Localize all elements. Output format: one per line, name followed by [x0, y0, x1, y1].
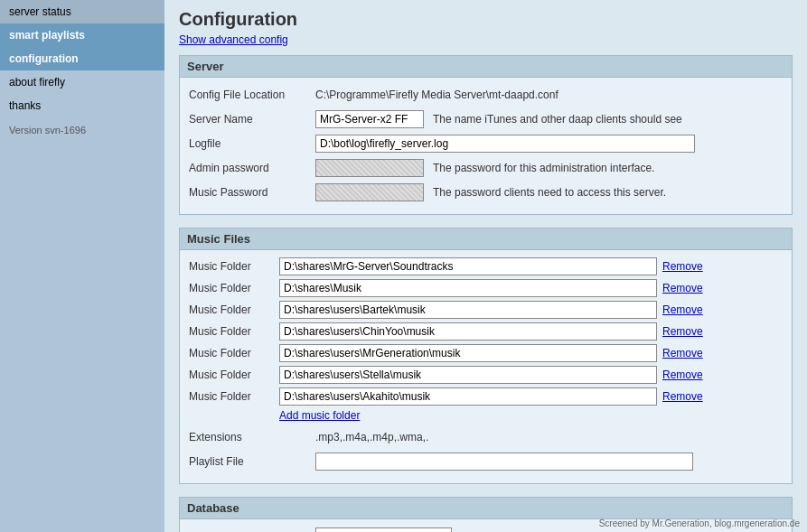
folder-label-2: Music Folder — [189, 303, 279, 316]
extensions-label: Extensions — [189, 431, 315, 443]
folder-remove-1[interactable]: Remove — [662, 282, 703, 294]
folder-label-5: Music Folder — [189, 369, 279, 381]
server-section: Server Config File Location C:\Programme… — [179, 55, 793, 215]
sidebar-item-label: server status — [9, 5, 71, 18]
server-name-hint: The name iTunes and other daap clients s… — [433, 113, 682, 126]
sidebar-item-label: configuration — [9, 52, 79, 65]
sidebar-item-label: about firefly — [9, 76, 65, 89]
folder-remove-6[interactable]: Remove — [662, 390, 703, 403]
folder-row-6: Music Folder Remove — [189, 387, 783, 406]
sidebar-item-thanks[interactable]: thanks — [0, 94, 164, 117]
folder-input-0[interactable] — [279, 257, 657, 275]
folder-row-3: Music Folder Remove — [189, 322, 783, 341]
server-name-input[interactable] — [315, 110, 424, 128]
scan-type-select[interactable]: 0 - Disabled 1 - Normal 2 - Painfully ag… — [315, 527, 452, 532]
add-music-folder-link[interactable]: Add music folder — [279, 409, 783, 422]
sidebar-item-label: thanks — [9, 99, 41, 112]
server-name-row: Server Name The name iTunes and other da… — [189, 109, 783, 129]
folder-row-0: Music Folder Remove — [189, 257, 783, 275]
folder-label-6: Music Folder — [189, 390, 279, 403]
logfile-label: Logfile — [189, 137, 315, 150]
config-file-value: C:\Programme\Firefly Media Server\mt-daa… — [315, 89, 558, 101]
sidebar-item-about-firefly[interactable]: about firefly — [0, 70, 164, 94]
database-section-header: Database — [180, 498, 792, 519]
sidebar-item-label: smart playlists — [9, 29, 85, 42]
logfile-input[interactable] — [315, 135, 695, 153]
page-title: Configuration — [179, 9, 793, 30]
music-files-section-body: Music Folder Remove Music Folder Remove … — [180, 250, 792, 483]
logfile-row: Logfile — [189, 134, 783, 154]
folder-input-5[interactable] — [279, 366, 657, 384]
music-password-input[interactable] — [315, 183, 424, 201]
playlist-file-label: Playlist File — [189, 455, 315, 468]
playlist-file-input[interactable] — [315, 453, 693, 471]
sidebar-item-configuration[interactable]: configuration — [0, 47, 164, 70]
folder-input-1[interactable] — [279, 279, 657, 297]
main-content: Configuration Show advanced config Serve… — [164, 0, 807, 532]
folder-remove-4[interactable]: Remove — [662, 347, 703, 359]
footer-text: Screened by Mr.Generation, blog.mrgenera… — [599, 518, 800, 528]
folder-input-3[interactable] — [279, 322, 657, 341]
config-file-label: Config File Location — [189, 89, 315, 101]
config-file-row: Config File Location C:\Programme\Firefl… — [189, 85, 783, 105]
admin-password-label: Admin password — [189, 162, 315, 174]
extensions-value: .mp3,.m4a,.m4p,.wma,. — [315, 431, 428, 443]
music-files-section: Music Files Music Folder Remove Music Fo… — [179, 228, 793, 484]
music-password-row: Music Password The password clients need… — [189, 182, 783, 202]
folder-remove-0[interactable]: Remove — [662, 260, 703, 273]
admin-password-input[interactable] — [315, 159, 424, 177]
server-section-header: Server — [180, 56, 792, 78]
folder-input-2[interactable] — [279, 301, 657, 319]
folder-remove-3[interactable]: Remove — [662, 325, 703, 338]
music-password-label: Music Password — [189, 186, 315, 199]
admin-password-row: Admin password The password for this adm… — [189, 158, 783, 178]
sidebar: server status smart playlists configurat… — [0, 0, 164, 532]
admin-password-hint: The password for this administration int… — [433, 162, 654, 174]
music-files-section-header: Music Files — [180, 229, 792, 250]
version-label: Version svn-1696 — [0, 117, 164, 143]
folder-label-0: Music Folder — [189, 260, 279, 273]
folder-remove-5[interactable]: Remove — [662, 369, 703, 381]
playlist-file-row: Playlist File — [189, 452, 783, 471]
folder-row-1: Music Folder Remove — [189, 279, 783, 297]
folder-row-4: Music Folder Remove — [189, 344, 783, 362]
sidebar-item-smart-playlists[interactable]: smart playlists — [0, 23, 164, 47]
folder-label-4: Music Folder — [189, 347, 279, 359]
folder-label-3: Music Folder — [189, 325, 279, 338]
sidebar-item-server-status[interactable]: server status — [0, 0, 164, 23]
folder-remove-2[interactable]: Remove — [662, 303, 703, 316]
folder-row-2: Music Folder Remove — [189, 301, 783, 319]
folder-row-5: Music Folder Remove — [189, 366, 783, 384]
folder-input-4[interactable] — [279, 344, 657, 362]
extensions-row: Extensions .mp3,.m4a,.m4p,.wma,. — [189, 427, 783, 447]
server-name-label: Server Name — [189, 113, 315, 126]
folder-input-6[interactable] — [279, 387, 657, 406]
folder-label-1: Music Folder — [189, 282, 279, 294]
music-password-hint: The password clients need to access this… — [433, 186, 666, 199]
server-section-body: Config File Location C:\Programme\Firefl… — [180, 78, 792, 214]
show-advanced-link[interactable]: Show advanced config — [179, 33, 288, 46]
